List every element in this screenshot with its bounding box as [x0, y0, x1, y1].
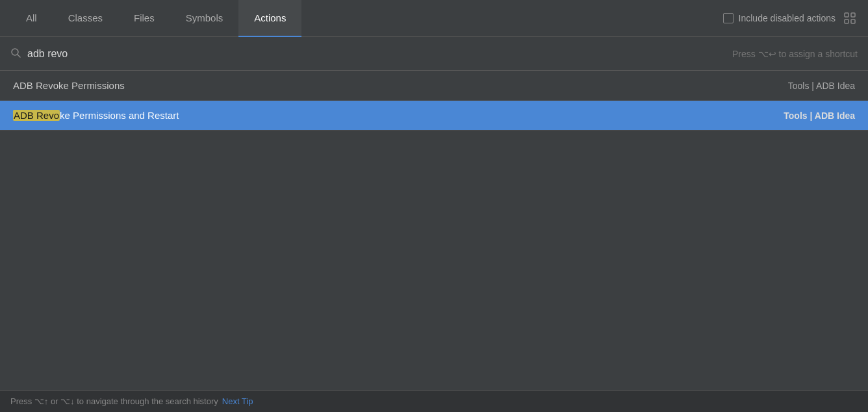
result-name-2: ADB Revoke Permissions and Restart [13, 110, 179, 121]
tab-symbols[interactable]: Symbols [170, 0, 239, 37]
match-highlight-2: ADB Revo [13, 110, 60, 121]
search-icon [10, 47, 21, 60]
tab-actions[interactable]: Actions [238, 0, 301, 37]
main-content: Press ⌥↩ to assign a shortcut ADB Revoke… [0, 37, 868, 412]
next-tip-button[interactable]: Next Tip [222, 396, 253, 406]
results-list: ADB Revoke Permissions Tools | ADB Idea … [0, 71, 868, 242]
status-bar: Press ⌥↑ or ⌥↓ to navigate through the s… [0, 390, 868, 412]
svg-rect-0 [845, 13, 849, 17]
result-path-1: Tools | ADB Idea [788, 81, 855, 91]
settings-icon[interactable] [842, 10, 858, 26]
tab-classes[interactable]: Classes [53, 0, 118, 37]
result-name-1: ADB Revoke Permissions [13, 80, 125, 91]
svg-rect-3 [851, 19, 855, 23]
tab-bar: All Classes Files Symbols Actions Includ… [0, 0, 868, 37]
tab-bar-left: All Classes Files Symbols Actions [10, 0, 301, 37]
result-path-2: Tools | ADB Idea [784, 110, 855, 121]
empty-area [0, 242, 868, 413]
include-disabled-label: Include disabled actions [739, 13, 836, 23]
svg-line-5 [18, 55, 20, 57]
result-row-1[interactable]: ADB Revoke Permissions Tools | ADB Idea [0, 71, 868, 101]
result-row-2[interactable]: ADB Revoke Permissions and Restart Tools… [0, 101, 868, 131]
status-text: Press ⌥↑ or ⌥↓ to navigate through the s… [10, 396, 218, 406]
include-disabled-checkbox[interactable]: Include disabled actions [723, 13, 836, 23]
svg-rect-2 [845, 19, 849, 23]
search-bar: Press ⌥↩ to assign a shortcut [0, 37, 868, 71]
checkbox-box[interactable] [723, 13, 734, 23]
tab-bar-right: Include disabled actions [723, 10, 858, 26]
svg-rect-1 [851, 13, 855, 17]
search-shortcut-hint: Press ⌥↩ to assign a shortcut [732, 49, 858, 59]
tab-all[interactable]: All [10, 0, 53, 37]
tab-files[interactable]: Files [118, 0, 170, 37]
search-input[interactable] [27, 48, 732, 60]
